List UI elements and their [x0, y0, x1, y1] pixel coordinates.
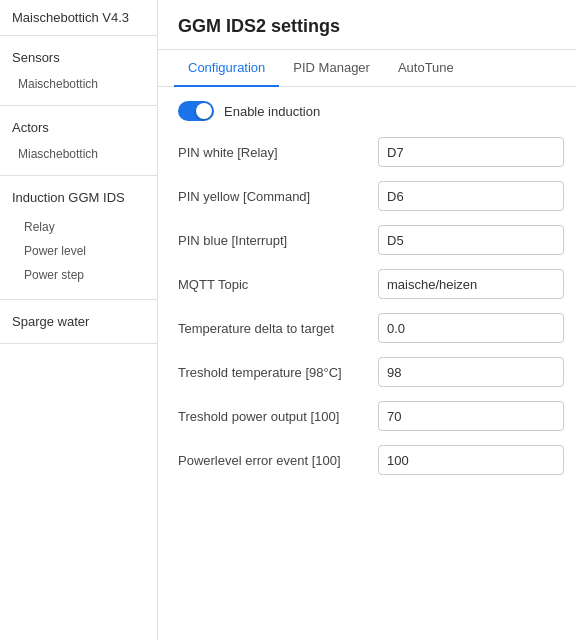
form-input[interactable] — [378, 313, 564, 343]
sidebar-item-power-step[interactable]: Power step — [0, 263, 157, 287]
form-row: Treshold power output [100] — [178, 399, 556, 433]
form-row: Powerlevel error event [100] — [178, 443, 556, 477]
sensors-section-header: Sensors — [0, 44, 157, 71]
sidebar-item-power-level[interactable]: Power level — [0, 239, 157, 263]
form-label: Powerlevel error event [100] — [178, 453, 378, 468]
sidebar-item-actors[interactable]: Miaschebottich — [0, 141, 157, 167]
form-rows: PIN white [Relay]PIN yellow [Command]PIN… — [178, 135, 556, 477]
sensors-section: Sensors Maischebottich — [0, 36, 157, 106]
form-content: Enable induction PIN white [Relay]PIN ye… — [158, 87, 576, 640]
form-input[interactable] — [378, 225, 564, 255]
tab-bar: Configuration PID Manager AutoTune — [158, 50, 576, 87]
form-row: PIN blue [Interrupt] — [178, 223, 556, 257]
form-label: PIN yellow [Command] — [178, 189, 378, 204]
form-label: Treshold power output [100] — [178, 409, 378, 424]
induction-subsection: Relay Power level Power step — [0, 211, 157, 291]
induction-section: Induction GGM IDS Relay Power level Powe… — [0, 176, 157, 300]
enable-induction-row: Enable induction — [178, 101, 556, 121]
form-input[interactable] — [378, 181, 564, 211]
form-row: PIN yellow [Command] — [178, 179, 556, 213]
form-row: Temperature delta to target — [178, 311, 556, 345]
form-input[interactable] — [378, 401, 564, 431]
sparge-section-header: Sparge water — [0, 308, 157, 335]
form-input[interactable] — [378, 137, 564, 167]
form-label: Treshold temperature [98°C] — [178, 365, 378, 380]
tab-configuration[interactable]: Configuration — [174, 50, 279, 87]
sparge-section: Sparge water — [0, 300, 157, 344]
form-row: Treshold temperature [98°C] — [178, 355, 556, 389]
enable-induction-toggle[interactable] — [178, 101, 214, 121]
form-input[interactable] — [378, 269, 564, 299]
form-label: PIN blue [Interrupt] — [178, 233, 378, 248]
form-row: PIN white [Relay] — [178, 135, 556, 169]
form-row: MQTT Topic — [178, 267, 556, 301]
tab-pid-manager[interactable]: PID Manager — [279, 50, 384, 87]
sidebar-item-sensors[interactable]: Maischebottich — [0, 71, 157, 97]
form-input[interactable] — [378, 445, 564, 475]
actors-section-header: Actors — [0, 114, 157, 141]
tab-autotune[interactable]: AutoTune — [384, 50, 468, 87]
induction-section-header: Induction GGM IDS — [0, 184, 157, 211]
app-title: Maischebottich V4.3 — [0, 0, 157, 36]
sidebar-item-relay[interactable]: Relay — [0, 215, 157, 239]
sidebar: Maischebottich V4.3 Sensors Maischebotti… — [0, 0, 158, 640]
form-label: Temperature delta to target — [178, 321, 378, 336]
main-panel: GGM IDS2 settings Configuration PID Mana… — [158, 0, 576, 640]
panel-title: GGM IDS2 settings — [158, 0, 576, 50]
form-label: MQTT Topic — [178, 277, 378, 292]
form-label: PIN white [Relay] — [178, 145, 378, 160]
actors-section: Actors Miaschebottich — [0, 106, 157, 176]
enable-induction-label: Enable induction — [224, 104, 320, 119]
form-input[interactable] — [378, 357, 564, 387]
